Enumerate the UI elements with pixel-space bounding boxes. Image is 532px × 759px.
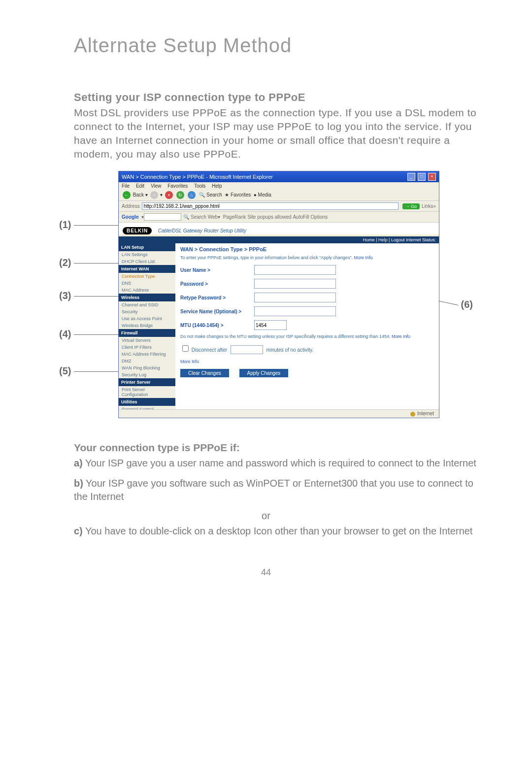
or-separator: or	[49, 510, 483, 522]
more-info-link-top[interactable]: More Info	[354, 255, 373, 260]
row-username: User Name >	[180, 265, 434, 275]
media-label[interactable]: Media	[258, 192, 271, 198]
router-topbar-links[interactable]: Home | Help | Logout Internet Status:	[363, 237, 436, 242]
disconnect-row: Disconnect after minutes of no activity.	[180, 344, 434, 354]
input-username[interactable]	[254, 265, 336, 275]
label-mtu: MTU (1440-1454) >	[180, 323, 254, 328]
sidebar-item-dmz[interactable]: DMZ	[119, 358, 175, 364]
sidebar-item-lan-settings[interactable]: LAN Settings	[119, 251, 175, 258]
ie-menubar[interactable]: File Edit View Favorites Tools Help	[119, 182, 439, 190]
sidebar-item-ap[interactable]: Use as Access Point	[119, 315, 175, 322]
sidebar-item-channel-ssid[interactable]: Channel and SSID	[119, 301, 175, 308]
status-internet: Internet	[410, 411, 434, 416]
router-main: WAN > Connection Type > PPPoE To enter y…	[175, 243, 439, 418]
clear-button[interactable]: Clear Changes	[180, 369, 229, 377]
google-autofill[interactable]: AutoFill	[293, 214, 309, 220]
sidebar-item-ipfilter[interactable]: Client IP Filters	[119, 344, 175, 351]
sidebar-item-virtual[interactable]: Virtual Servers	[119, 337, 175, 344]
menu-view[interactable]: View	[151, 183, 162, 189]
address-input[interactable]	[142, 202, 399, 210]
sidebar-item-dns[interactable]: DNS	[119, 280, 175, 287]
letter-c: c)	[74, 526, 83, 536]
forward-icon[interactable]: →	[150, 191, 158, 199]
minimize-icon[interactable]: _	[407, 173, 415, 181]
ie-titlebar: WAN > Connection Type > PPPoE - Microsof…	[119, 171, 439, 182]
form-buttons: Clear Changes Apply Changes	[180, 369, 434, 377]
ie-window: WAN > Connection Type > PPPoE - Microsof…	[118, 171, 439, 418]
sidebar-head-wan: Internet WAN	[119, 265, 175, 273]
callout-1: (1)	[59, 219, 71, 231]
callout-2: (2)	[59, 257, 71, 268]
refresh-icon[interactable]: ↻	[176, 191, 184, 199]
stop-icon[interactable]: ×	[165, 191, 173, 199]
menu-edit[interactable]: Edit	[136, 183, 144, 189]
label-username: User Name >	[180, 267, 254, 273]
google-popups[interactable]: Site popups allowed	[247, 214, 292, 220]
disconnect-pre: Disconnect after	[192, 347, 227, 353]
row-service: Service Name (Optional) >	[180, 306, 434, 316]
more-info-link-bottom[interactable]: More Info	[180, 359, 199, 364]
favorites-label[interactable]: Favorites	[231, 192, 251, 198]
menu-favorites[interactable]: Favorites	[167, 183, 188, 189]
back-icon[interactable]: ←	[123, 191, 131, 199]
window-controls[interactable]: _ □ ×	[406, 173, 436, 181]
google-pagerank[interactable]: PageRank	[223, 214, 246, 220]
sidebar-item-dhcp[interactable]: DHCP Client List	[119, 258, 175, 265]
menu-file[interactable]: File	[122, 183, 130, 189]
disconnect-minutes[interactable]	[231, 345, 263, 354]
letter-b: b)	[74, 478, 83, 489]
google-logo[interactable]: Google	[122, 214, 138, 220]
back-label[interactable]: Back	[133, 192, 144, 198]
callout-5-label: (5)	[59, 365, 71, 376]
apply-button[interactable]: Apply Changes	[239, 369, 289, 377]
sidebar-item-mac[interactable]: MAC Address	[119, 287, 175, 294]
router-topbar: Home | Help | Logout Internet Status:	[119, 236, 439, 243]
links-button[interactable]: Links	[422, 203, 433, 209]
list-item-a: a) Your ISP gave you a user name and pas…	[74, 457, 483, 470]
close-icon[interactable]: ×	[428, 173, 436, 181]
disconnect-checkbox[interactable]	[182, 345, 189, 352]
input-password[interactable]	[254, 279, 336, 289]
callout-5: (5)	[59, 365, 71, 377]
screenshot-figure: (1) (2) (3) (4) (5) (6) WAN > Connection…	[59, 171, 473, 422]
google-searchweb[interactable]: 🔍 Search Web	[183, 214, 218, 220]
search-label[interactable]: Search	[206, 192, 222, 198]
form-hint: To enter your PPPoE settings, type in yo…	[180, 255, 434, 260]
callout-3-label: (3)	[59, 290, 71, 301]
callout-6: (6)	[461, 299, 473, 310]
callout-4: (4)	[59, 329, 71, 340]
ie-toolbar: ← Back ▾ → ▾ × ↻ ⌂ 🔍 Search ★ Favorites …	[119, 190, 439, 201]
google-options[interactable]: Options	[311, 214, 328, 220]
sidebar-item-seclog[interactable]: Security Log	[119, 371, 175, 378]
home-icon[interactable]: ⌂	[188, 191, 196, 199]
callout-6-label: (6)	[461, 299, 473, 310]
page-title: Alternate Setup Method	[74, 34, 483, 57]
mtu-note: Do not make changes to the MTU setting u…	[180, 334, 434, 339]
input-retype[interactable]	[254, 293, 336, 302]
sidebar-item-bridge[interactable]: Wireless Bridge	[119, 322, 175, 329]
google-search-input[interactable]	[144, 213, 181, 221]
breadcrumb: WAN > Connection Type > PPPoE	[180, 246, 434, 252]
sidebar-item-wanping[interactable]: WAN Ping Blocking	[119, 364, 175, 371]
callout-2-label: (2)	[59, 257, 71, 268]
sidebar-item-macfilter[interactable]: MAC Address Filtering	[119, 351, 175, 358]
sidebar-item-security[interactable]: Security	[119, 308, 175, 315]
menu-tools[interactable]: Tools	[194, 183, 205, 189]
sidebar-item-print-config[interactable]: Print Server Configuration	[119, 386, 175, 398]
page-number: 44	[49, 567, 483, 578]
more-info-link-mtu[interactable]: More Info	[392, 334, 410, 339]
row-retype: Retype Password >	[180, 293, 434, 302]
belkin-logo: BELKIN	[123, 227, 152, 234]
input-service[interactable]	[254, 306, 336, 316]
section-heading-pppoe: Setting your ISP connection type to PPPo…	[74, 91, 483, 104]
maximize-icon[interactable]: □	[418, 173, 426, 181]
sidebar-head-firewall: Firewall	[119, 329, 175, 337]
sidebar-head-wireless: Wireless	[119, 294, 175, 301]
input-mtu[interactable]	[254, 320, 287, 330]
go-button[interactable]: → Go	[402, 203, 420, 209]
label-retype: Retype Password >	[180, 295, 254, 300]
section-body-pppoe: Most DSL providers use PPPoE as the conn…	[74, 106, 483, 161]
menu-help[interactable]: Help	[212, 183, 222, 189]
sidebar-item-conn-type[interactable]: Connection Type	[119, 273, 175, 280]
list-item-b: b) Your ISP gave you software such as Wi…	[74, 477, 483, 503]
